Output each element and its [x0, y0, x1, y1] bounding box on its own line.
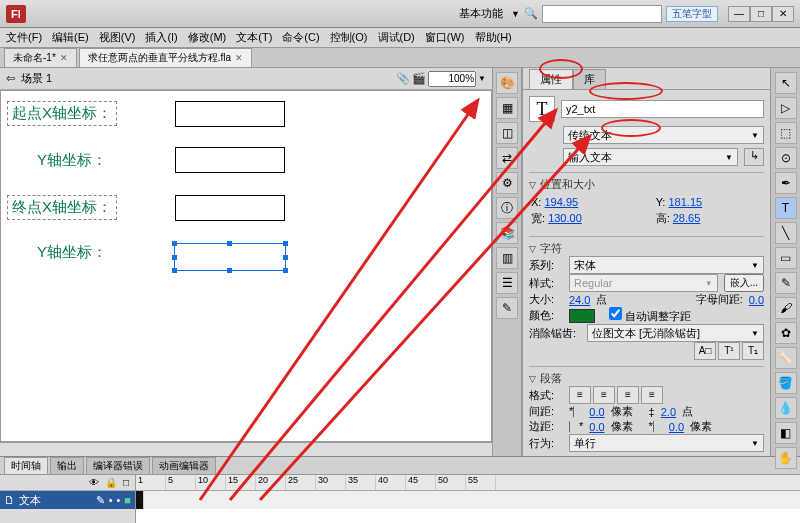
close-button[interactable]: ✕	[772, 6, 794, 22]
tab-timeline[interactable]: 时间轴	[4, 457, 48, 474]
font-style-dropdown[interactable]: Regular▼	[569, 274, 718, 292]
menu-edit[interactable]: 编辑(E)	[52, 30, 89, 45]
minimize-button[interactable]: —	[728, 6, 750, 22]
pencil-tool-icon[interactable]: ✎	[775, 272, 797, 294]
align-center-icon[interactable]: ≡	[593, 386, 615, 404]
menu-view[interactable]: 视图(V)	[99, 30, 136, 45]
bone-tool-icon[interactable]: 🦴	[775, 347, 797, 369]
section-position[interactable]: ▽位置和大小	[529, 177, 764, 192]
palette-icon[interactable]: 🎨	[496, 72, 518, 94]
chevron-down-icon[interactable]: ▼	[478, 74, 486, 83]
gear-icon[interactable]: ⚙	[496, 172, 518, 194]
components-icon[interactable]: ▥	[496, 247, 518, 269]
x-value[interactable]: 194.95	[544, 196, 578, 208]
font-family-dropdown[interactable]: 宋体▼	[569, 256, 764, 274]
antialias-dropdown[interactable]: 位图文本 [无消除锯齿]▼	[587, 324, 764, 342]
width-value[interactable]: 130.00	[548, 212, 582, 224]
search-input[interactable]	[542, 5, 662, 23]
tab-properties[interactable]: 属性	[529, 69, 573, 89]
tab-compiler-errors[interactable]: 编译器错误	[86, 457, 150, 474]
ime-indicator[interactable]: 五笔字型	[666, 6, 718, 22]
tab-output[interactable]: 输出	[50, 457, 84, 474]
workspace-mode[interactable]: 基本功能	[455, 5, 507, 22]
close-icon[interactable]: ✕	[60, 53, 68, 63]
scrollbar-horizontal[interactable]	[0, 442, 492, 456]
font-size-value[interactable]: 24.0	[569, 294, 590, 306]
menu-insert[interactable]: 插入(I)	[145, 30, 177, 45]
eyedropper-icon[interactable]: 💧	[775, 397, 797, 419]
menu-text[interactable]: 文本(T)	[236, 30, 272, 45]
swap-icon[interactable]: ⇄	[496, 147, 518, 169]
paint-bucket-icon[interactable]: 🪣	[775, 372, 797, 394]
tab-motion-editor[interactable]: 动画编辑器	[152, 457, 216, 474]
stage-textfield-selected[interactable]	[174, 243, 286, 271]
rectangle-tool-icon[interactable]: ▭	[775, 247, 797, 269]
transform-icon[interactable]: ◫	[496, 122, 518, 144]
menu-window[interactable]: 窗口(W)	[425, 30, 465, 45]
text-engine-dropdown[interactable]: 传统文本▼	[563, 126, 764, 144]
align-left-icon[interactable]: ≡	[569, 386, 591, 404]
indent-value[interactable]: 0.0	[589, 406, 604, 418]
letter-spacing-value[interactable]: 0.0	[749, 294, 764, 306]
outline-icon[interactable]: □	[123, 477, 129, 488]
align-right-icon[interactable]: ≡	[617, 386, 639, 404]
info-icon[interactable]: ⓘ	[496, 197, 518, 219]
zoom-input[interactable]	[428, 71, 476, 87]
symbol-edit-icon[interactable]: 📎	[396, 72, 410, 85]
menu-modify[interactable]: 修改(M)	[188, 30, 227, 45]
menu-help[interactable]: 帮助(H)	[475, 30, 512, 45]
subselect-tool-icon[interactable]: ▷	[775, 97, 797, 119]
doc-tab[interactable]: 未命名-1*✕	[4, 48, 77, 67]
maximize-button[interactable]: □	[750, 6, 772, 22]
pen-tool-icon[interactable]: ✒	[775, 172, 797, 194]
linespacing-value[interactable]: 2.0	[661, 406, 676, 418]
back-button[interactable]: ⇦	[6, 72, 15, 85]
align-justify-icon[interactable]: ≡	[641, 386, 663, 404]
eye-icon[interactable]: 👁	[89, 477, 99, 488]
marker-icon[interactable]: ✎	[496, 297, 518, 319]
lock-icon[interactable]: 🔒	[105, 477, 117, 488]
frames-pane[interactable]: 1510152025303540455055	[136, 475, 800, 523]
height-value[interactable]: 28.65	[673, 212, 701, 224]
keyframe[interactable]	[136, 491, 144, 509]
tab-library[interactable]: 库	[573, 69, 606, 89]
line-tool-icon[interactable]: ╲	[775, 222, 797, 244]
brush-tool-icon[interactable]: 🖌	[775, 297, 797, 319]
autokern-checkbox[interactable]: 自动调整字距	[609, 307, 691, 324]
close-icon[interactable]: ✕	[235, 53, 243, 63]
doc-tab[interactable]: 求任意两点的垂直平分线方程.fla✕	[79, 48, 252, 67]
stage-textfield[interactable]	[175, 147, 285, 173]
lasso-tool-icon[interactable]: ⊙	[775, 147, 797, 169]
align-icon[interactable]: ▦	[496, 97, 518, 119]
menu-commands[interactable]: 命令(C)	[282, 30, 319, 45]
stage-viewport[interactable]: 起点X轴坐标： Y轴坐标： 终点X轴坐标： Y轴坐标：	[0, 90, 492, 442]
eraser-tool-icon[interactable]: ◧	[775, 422, 797, 444]
subscript-icon[interactable]: T₁	[742, 342, 764, 360]
scene-label[interactable]: 场景 1	[21, 71, 52, 86]
stage-textfield[interactable]	[175, 101, 285, 127]
menu-debug[interactable]: 调试(D)	[378, 30, 415, 45]
embed-button[interactable]: 嵌入...	[724, 274, 764, 292]
text-tool-icon[interactable]: T	[775, 197, 797, 219]
behavior-dropdown[interactable]: 单行▼	[569, 434, 764, 452]
selectable-icon[interactable]: A□	[694, 342, 716, 360]
y-value[interactable]: 181.15	[668, 196, 702, 208]
selection-tool-icon[interactable]: ↖	[775, 72, 797, 94]
chevron-down-icon[interactable]: ▼	[511, 9, 520, 19]
menu-file[interactable]: 文件(F)	[6, 30, 42, 45]
layer-row[interactable]: 🗋文本✎••■	[0, 491, 135, 509]
section-paragraph[interactable]: ▽段落	[529, 371, 764, 386]
scene-icon[interactable]: 🎬	[412, 72, 426, 85]
margin-left-value[interactable]: 0.0	[589, 421, 604, 433]
instance-name-input[interactable]	[561, 100, 764, 118]
orientation-icon[interactable]: ↳	[744, 148, 764, 166]
stage-textfield[interactable]	[175, 195, 285, 221]
color-picker[interactable]	[569, 309, 595, 323]
text-type-dropdown[interactable]: 输入文本▼	[563, 148, 738, 166]
menu-control[interactable]: 控制(O)	[330, 30, 368, 45]
library-icon[interactable]: 📚	[496, 222, 518, 244]
free-transform-icon[interactable]: ⬚	[775, 122, 797, 144]
deco-tool-icon[interactable]: ✿	[775, 322, 797, 344]
section-character[interactable]: ▽字符	[529, 241, 764, 256]
layers-icon[interactable]: ☰	[496, 272, 518, 294]
